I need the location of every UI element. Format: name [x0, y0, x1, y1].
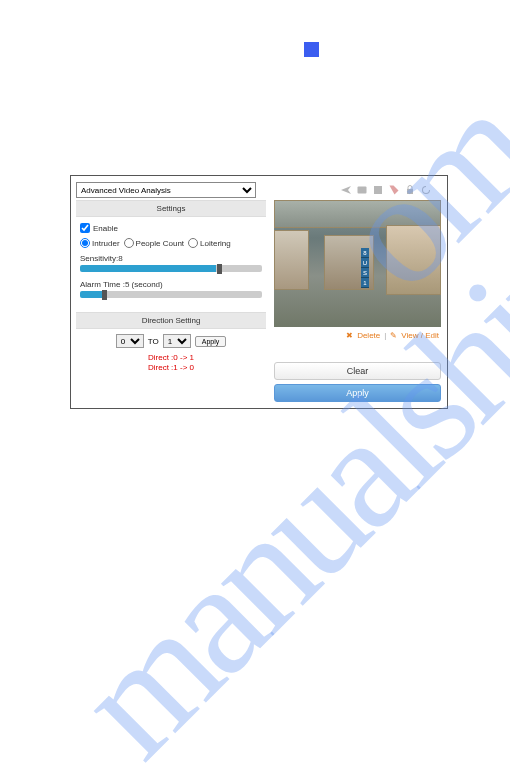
video-indicator: 8 U S 1 [361, 248, 369, 288]
scene-shelf [386, 225, 441, 295]
video-preview[interactable]: 8 U S 1 [274, 200, 441, 327]
direction-from-select[interactable]: 0 [116, 334, 144, 348]
photo-icon[interactable] [356, 184, 368, 196]
film-icon[interactable] [372, 184, 384, 196]
clear-button[interactable]: Clear [274, 362, 441, 380]
alarm-time-label: Alarm Time :5 (second) [80, 280, 262, 289]
separator: | [384, 331, 386, 340]
direction-to-select[interactable]: 1 [163, 334, 191, 348]
to-label: TO [148, 337, 159, 346]
direction-text: Direct :0 -> 1 Direct :1 -> 0 [76, 353, 266, 374]
people-count-radio[interactable] [124, 238, 134, 248]
right-panel: 8 U S 1 ✖ Delete | ✎ View / Edit Clear A… [274, 200, 441, 406]
direct-line-1: Direct :0 -> 1 [76, 353, 266, 363]
intruder-label: Intruder [92, 239, 120, 248]
video-actions: ✖ Delete | ✎ View / Edit [274, 327, 441, 344]
direction-apply-button[interactable]: Apply [195, 336, 227, 347]
svg-rect-1 [374, 186, 382, 194]
app-window: Advanced Video Analysis Settings Enable … [70, 175, 448, 409]
apply-button[interactable]: Apply [274, 384, 441, 402]
indicator-digit: U [361, 258, 369, 268]
loitering-label: Loitering [200, 239, 231, 248]
sensitivity-slider[interactable] [80, 265, 262, 272]
settings-header: Settings [76, 200, 266, 217]
settings-body: Enable Intruder People Count Loitering S… [76, 217, 266, 312]
direct-line-2: Direct :1 -> 0 [76, 363, 266, 373]
blue-square-icon [304, 42, 319, 57]
people-count-label: People Count [136, 239, 184, 248]
content-area: Settings Enable Intruder People Count Lo… [71, 200, 447, 406]
intruder-radio[interactable] [80, 238, 90, 248]
analysis-dropdown[interactable]: Advanced Video Analysis [76, 182, 256, 198]
svg-rect-0 [358, 187, 367, 194]
plane-icon[interactable] [340, 184, 352, 196]
delete-link[interactable]: Delete [357, 331, 380, 340]
tag-icon[interactable] [388, 184, 400, 196]
delete-icon[interactable]: ✖ [346, 331, 353, 340]
enable-label: Enable [93, 224, 118, 233]
indicator-digit: S [361, 268, 369, 278]
lock-icon[interactable] [404, 184, 416, 196]
indicator-digit: 1 [361, 278, 369, 288]
action-buttons: Clear Apply [274, 362, 441, 406]
view-edit-link[interactable]: View / Edit [401, 331, 439, 340]
indicator-digit: 8 [361, 248, 369, 258]
scene-back [274, 200, 441, 228]
refresh-icon[interactable] [420, 184, 432, 196]
direction-row: 0 TO 1 Apply [76, 329, 266, 353]
enable-checkbox[interactable] [80, 223, 90, 233]
scene-shelf [274, 230, 309, 290]
direction-header: Direction Setting [76, 312, 266, 329]
left-panel: Settings Enable Intruder People Count Lo… [76, 200, 266, 406]
toolbar [340, 184, 442, 196]
svg-rect-2 [407, 189, 413, 194]
edit-icon[interactable]: ✎ [390, 331, 397, 340]
alarm-time-slider[interactable] [80, 291, 262, 298]
sensitivity-label: Sensitivity:8 [80, 254, 262, 263]
loitering-radio[interactable] [188, 238, 198, 248]
top-bar: Advanced Video Analysis [71, 176, 447, 200]
